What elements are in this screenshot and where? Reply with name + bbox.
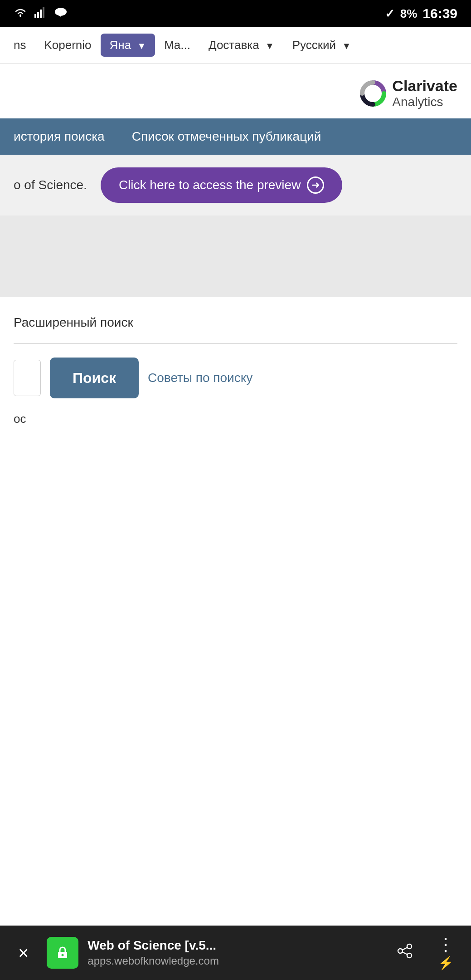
search-input[interactable] <box>14 360 41 396</box>
wifi-icon <box>14 7 27 21</box>
logo-text-group: Clarivate Analytics <box>392 77 457 109</box>
status-bar-left <box>14 7 67 21</box>
preview-banner-text: o of Science. <box>14 178 87 192</box>
search-row: Поиск Советы по поиску <box>14 358 457 398</box>
preview-button-label: Click here to access the preview <box>119 178 301 192</box>
search-divider <box>14 343 457 344</box>
bottom-site-info: Web of Science [v.5... apps.webofknowled… <box>87 938 380 967</box>
menu-button[interactable]: ⋮ ⚡ <box>429 931 462 975</box>
chevron-down-icon-dostavka: ▼ <box>265 41 274 51</box>
svg-line-13 <box>402 947 408 950</box>
browser-nav-item-ma[interactable]: Ma... <box>155 34 199 57</box>
message-icon <box>54 7 67 21</box>
svg-rect-2 <box>37 12 39 18</box>
signal-icon <box>34 7 47 21</box>
browser-nav-item-ns[interactable]: ns <box>5 34 35 57</box>
time-text: 16:39 <box>422 6 457 21</box>
status-bar: ✓ 8% 16:39 <box>0 0 471 27</box>
nav-item-search-history[interactable]: история поиска <box>0 118 118 155</box>
arrow-circle-icon: ➜ <box>307 176 324 194</box>
svg-point-0 <box>19 15 21 17</box>
logo-area: Clarivate Analytics <box>0 64 471 118</box>
search-tips-link[interactable]: Советы по поиску <box>148 371 252 385</box>
svg-point-5 <box>55 8 67 16</box>
svg-rect-1 <box>34 14 36 18</box>
browser-nav-item-kopernio[interactable]: Kopernio <box>35 34 100 57</box>
bottom-site-url: apps.webofknowledge.com <box>87 955 380 967</box>
browser-nav-item-russian[interactable]: Русский ▼ <box>283 34 360 57</box>
chevron-down-icon-russian: ▼ <box>342 41 351 51</box>
battery-text: 8% <box>400 7 418 21</box>
share-button[interactable] <box>389 938 420 968</box>
close-tab-button[interactable]: × <box>9 938 38 968</box>
preview-banner: o of Science. Click here to access the p… <box>0 155 471 216</box>
browser-nav-item-dostavka[interactable]: Доставка ▼ <box>199 34 283 57</box>
main-content <box>0 440 471 803</box>
clarivate-logo-icon <box>359 80 387 107</box>
svg-line-14 <box>402 952 408 955</box>
nav-item-marked-list[interactable]: Список отмеченных публикаций <box>118 118 335 155</box>
svg-point-9 <box>62 954 64 956</box>
logo-clarivate-text: Clarivate <box>392 77 457 95</box>
logo-analytics-text: Analytics <box>392 95 457 109</box>
browser-nav-item-yana[interactable]: Яна ▼ <box>101 34 155 57</box>
svg-rect-4 <box>43 7 44 18</box>
status-bar-right: ✓ 8% 16:39 <box>385 6 457 21</box>
search-query-text: ос <box>14 407 457 431</box>
advanced-search-link[interactable]: Расширенный поиск <box>14 315 457 330</box>
bottom-site-title: Web of Science [v.5... <box>87 938 380 953</box>
svg-point-10 <box>407 944 412 949</box>
top-nav-bar: история поиска Список отмеченных публика… <box>0 118 471 155</box>
bottom-browser-bar: × Web of Science [v.5... apps.webofknowl… <box>0 926 471 980</box>
preview-access-button[interactable]: Click here to access the preview ➜ <box>101 167 343 203</box>
svg-point-12 <box>407 953 412 958</box>
search-area: Расширенный поиск Поиск Советы по поиску… <box>0 297 471 440</box>
gray-section <box>0 216 471 297</box>
lock-icon <box>47 937 78 969</box>
clarivate-logo: Clarivate Analytics <box>359 77 457 109</box>
svg-point-11 <box>398 949 403 953</box>
browser-nav-bar: ns Kopernio Яна ▼ Ma... Доставка ▼ Русск… <box>0 27 471 64</box>
svg-rect-3 <box>40 10 42 18</box>
lightning-icon: ⚡ <box>438 956 454 970</box>
bluetooth-icon: ✓ <box>385 7 395 21</box>
chevron-down-icon: ▼ <box>137 41 146 51</box>
search-button[interactable]: Поиск <box>50 358 139 398</box>
